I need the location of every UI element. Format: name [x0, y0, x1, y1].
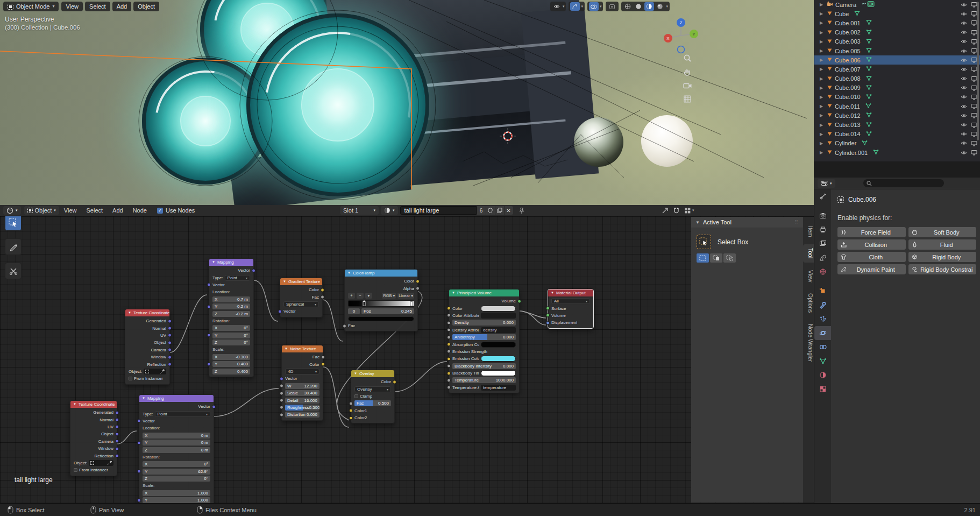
hide-eye-icon[interactable] [961, 140, 967, 146]
socket-in-vector[interactable]: Vector [209, 281, 253, 288]
value-z[interactable]: Z-0.2 m [209, 310, 253, 317]
menu-select[interactable]: Select [86, 207, 103, 214]
socket-out-generated[interactable]: Generated [70, 409, 117, 416]
hide-eye-icon[interactable] [961, 104, 967, 109]
socket-in-color2[interactable]: Color2 [351, 414, 394, 421]
outliner-item-name[interactable]: Cube.002 [835, 29, 861, 36]
slider-w[interactable]: W12.200 [282, 383, 323, 390]
select-mode-subtract-button[interactable] [723, 253, 736, 263]
select-box-tool-icon[interactable] [697, 235, 711, 249]
socket-out-uv[interactable]: UV [125, 332, 169, 339]
socket-out-fac[interactable]: Fac [282, 354, 323, 361]
shader-type-selector[interactable]: Object ▾ [24, 206, 59, 215]
menu-view[interactable]: View [61, 2, 83, 11]
input-socket[interactable] [349, 416, 353, 420]
input-socket[interactable] [546, 314, 550, 317]
output-socket[interactable] [168, 319, 172, 323]
attribute-color-attribute[interactable]: Color Attribute [449, 312, 519, 319]
socket-out-object[interactable]: Object [125, 339, 169, 346]
input-socket[interactable] [447, 350, 451, 354]
physics-button-force-field[interactable]: Force Field [837, 227, 906, 237]
outliner-item-cube-014[interactable]: ▶ Cube.014 [814, 130, 980, 139]
input-socket[interactable] [447, 328, 451, 332]
hide-eye-icon[interactable] [961, 30, 967, 35]
value-y[interactable]: Y0 m [139, 439, 214, 446]
input-socket[interactable] [447, 378, 451, 382]
outliner-item-name[interactable]: Cube.011 [835, 103, 860, 110]
shading-solid-icon[interactable] [634, 2, 643, 11]
input-socket[interactable] [447, 371, 451, 375]
input-socket[interactable] [137, 498, 141, 502]
input-socket[interactable] [447, 357, 451, 361]
hide-eye-icon[interactable] [961, 67, 967, 72]
slider-fac[interactable]: Fac0.500 [351, 400, 394, 407]
outliner-item-cylinder[interactable]: ▶ Cylinder [814, 139, 980, 148]
output-socket[interactable] [252, 268, 255, 272]
socket-out-uv[interactable]: UV [70, 423, 117, 430]
socket-out-normal[interactable]: Normal [125, 324, 169, 331]
expand-arrow-icon[interactable]: ▶ [820, 86, 825, 90]
checkbox-from-instancer[interactable]: From Instancer [70, 466, 117, 473]
node-header-mapping-top[interactable]: ▼Mapping [209, 259, 253, 266]
output-socket[interactable] [321, 363, 325, 366]
properties-tab-tool[interactable] [814, 189, 831, 203]
stop-position-slider[interactable]: Pos0.245 [361, 308, 414, 314]
slider-detail[interactable]: Detail16.000 [282, 397, 323, 404]
slot-selector[interactable]: Slot 1 ▾ [340, 206, 379, 215]
value-y[interactable]: Y0.400 [209, 361, 253, 367]
node-gradient-texture[interactable]: ▼Gradient TextureColorFacSpherical▾Vecto… [280, 278, 323, 317]
socket-out-window[interactable]: Window [70, 445, 117, 452]
output-socket[interactable] [168, 334, 172, 337]
output-socket[interactable] [115, 418, 119, 422]
socket-out-vector[interactable]: Vector [209, 267, 253, 274]
outliner-item-cube-013[interactable]: ▶ Cube.013 [814, 120, 980, 129]
input-socket[interactable] [137, 441, 141, 444]
dropdown-4d[interactable]: 4D▾ [282, 368, 323, 375]
socket-out-camera[interactable]: Camera [70, 438, 117, 445]
outliner-scrollbar[interactable] [977, 2, 979, 140]
properties-tab-data[interactable] [814, 354, 831, 368]
value-x[interactable]: X0° [139, 461, 214, 468]
output-socket[interactable] [321, 295, 324, 299]
tool-links-cut-button[interactable] [5, 263, 22, 279]
expand-arrow-icon[interactable]: ▶ [820, 48, 825, 53]
outliner-item-camera[interactable]: ▶ Camera [814, 0, 980, 9]
node-principled-volume[interactable]: ▼Principled VolumeVolumeColorColor Attri… [449, 289, 520, 393]
shader-editor[interactable]: ▾ Object ▾ ViewSelectAddNode ✓ Use Nodes… [0, 205, 814, 503]
socket-in-emission-strength[interactable]: Emission Strength [449, 348, 519, 355]
outliner-item-cube-006[interactable]: ▶ Cube.006 [814, 55, 980, 65]
checkbox-box[interactable] [129, 377, 132, 380]
input-socket[interactable] [207, 334, 211, 337]
value-y[interactable]: Y0° [209, 332, 253, 339]
value-z[interactable]: Z0.400 [209, 367, 253, 374]
ramp-options-dropdown[interactable]: ▾ [365, 293, 372, 299]
input-socket[interactable] [447, 307, 451, 310]
outliner-item-name[interactable]: Cube.013 [835, 122, 861, 128]
hide-eye-icon[interactable] [961, 2, 967, 8]
hide-eye-icon[interactable] [961, 150, 967, 155]
outliner-item-name[interactable]: Cube.003 [835, 38, 861, 45]
output-socket[interactable] [115, 454, 119, 458]
tab-node-wrangler[interactable]: Node Wrangler [803, 320, 814, 365]
color-mode-dropdown[interactable]: RGB ▾ [382, 293, 396, 299]
socket-in-vector[interactable]: Vector [282, 375, 323, 382]
value-x[interactable]: X0 m [139, 432, 214, 439]
node-header-colorramp[interactable]: ▼ColorRamp [345, 270, 417, 277]
physics-button-dynamic-paint[interactable]: Dynamic Paint [837, 264, 906, 274]
socket-out-color[interactable]: Color [351, 378, 394, 385]
hide-eye-icon[interactable] [961, 76, 967, 81]
navigation-gizmo[interactable]: Z X Y [661, 12, 701, 57]
expand-arrow-icon[interactable]: ▶ [820, 95, 825, 100]
node-header-material-output[interactable]: ▼Material Output [548, 289, 593, 296]
outliner-item-name[interactable]: Cube.012 [835, 112, 861, 119]
expand-arrow-icon[interactable]: ▶ [820, 20, 825, 25]
ramp-stop-black[interactable] [363, 301, 366, 306]
outliner-item-cube-005[interactable]: ▶ Cube.005 [814, 46, 980, 55]
material-name-field[interactable]: tail light large [400, 206, 477, 215]
output-socket[interactable] [115, 440, 119, 443]
select-mode-extend-button[interactable] [710, 253, 722, 263]
outliner-item-cylinder-001[interactable]: ▶ Cylinder.001 [814, 148, 980, 157]
socket-out-window[interactable]: Window [125, 354, 169, 361]
socket-out-alpha[interactable]: Alpha [345, 285, 417, 292]
slider-anisotropy[interactable]: Anisotropy0.000 [449, 334, 519, 341]
